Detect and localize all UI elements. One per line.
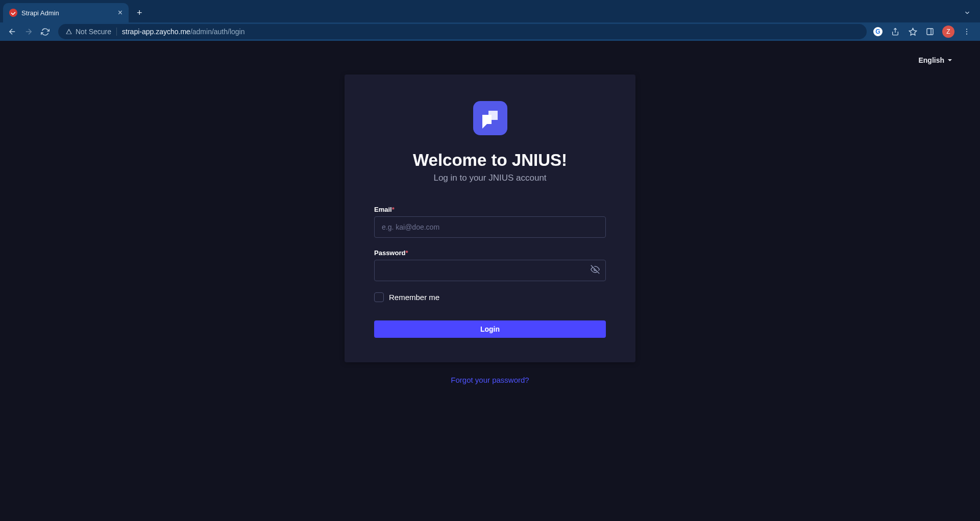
not-secure-label: Not Secure <box>76 28 111 36</box>
close-icon[interactable]: × <box>118 8 122 17</box>
language-label: English <box>918 56 944 64</box>
language-selector[interactable]: English <box>918 56 952 64</box>
remember-row: Remember me <box>374 292 606 302</box>
forgot-password-link[interactable]: Forgot your password? <box>0 376 980 384</box>
new-tab-button[interactable]: + <box>129 3 151 22</box>
share-icon[interactable] <box>890 27 900 37</box>
password-group: Password* <box>374 249 606 281</box>
svg-point-3 <box>966 31 967 32</box>
tab-title: Strapi Admin <box>21 9 114 17</box>
browser-tab[interactable]: Strapi Admin × <box>3 3 129 22</box>
address-bar-row: Not Secure strapi-app.zaycho.me/admin/au… <box>0 22 980 41</box>
warning-icon <box>65 28 72 35</box>
strapi-favicon-icon <box>9 9 17 17</box>
forward-button[interactable] <box>21 24 36 39</box>
email-label: Email* <box>374 206 606 213</box>
security-indicator[interactable]: Not Secure <box>65 28 117 36</box>
page-subtitle: Log in to your JNIUS account <box>374 173 606 183</box>
chevron-down-icon <box>947 58 952 63</box>
remember-label: Remember me <box>389 293 439 302</box>
svg-rect-0 <box>927 29 933 35</box>
eye-off-icon[interactable] <box>591 265 600 276</box>
back-button[interactable] <box>5 24 19 39</box>
login-card: Welcome to JNIUS! Log in to your JNIUS a… <box>345 75 635 362</box>
password-field[interactable] <box>374 260 606 281</box>
extension-icons: G Z <box>873 26 972 38</box>
password-label: Password* <box>374 249 606 257</box>
kebab-menu-icon[interactable] <box>962 27 972 37</box>
bookmark-star-icon[interactable] <box>908 27 918 37</box>
email-field[interactable] <box>374 216 606 238</box>
browser-chrome: Strapi Admin × + Not Secure strapi-app.z… <box>0 0 980 41</box>
page-title: Welcome to JNIUS! <box>374 151 606 170</box>
tabs-dropdown-icon[interactable] <box>964 3 971 22</box>
app-viewport: English Welcome to JNIUS! Log in to your… <box>0 41 980 521</box>
login-button[interactable]: Login <box>374 320 606 338</box>
reload-button[interactable] <box>38 24 52 39</box>
svg-point-4 <box>966 34 967 35</box>
url-text: strapi-app.zaycho.me/admin/auth/login <box>122 28 244 36</box>
svg-point-2 <box>966 29 967 30</box>
side-panel-icon[interactable] <box>925 27 935 37</box>
google-translate-icon[interactable]: G <box>873 27 883 37</box>
strapi-logo-icon <box>473 101 507 135</box>
tab-bar: Strapi Admin × + <box>0 0 980 22</box>
email-group: Email* <box>374 206 606 238</box>
remember-checkbox[interactable] <box>374 292 384 302</box>
address-bar[interactable]: Not Secure strapi-app.zaycho.me/admin/au… <box>58 24 867 39</box>
profile-avatar[interactable]: Z <box>942 26 954 38</box>
